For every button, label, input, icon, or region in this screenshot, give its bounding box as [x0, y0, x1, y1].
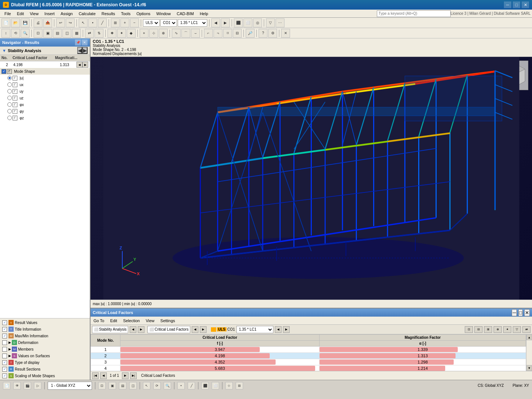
members-cb[interactable] — [2, 347, 7, 352]
lc-next-btn[interactable]: ▶ — [283, 326, 290, 333]
mode-item-u[interactable]: Γ |u| — [0, 75, 90, 81]
tb2-btn9[interactable]: ⇄ — [85, 29, 94, 38]
nav-result-sections[interactable]: R Result Sections — [0, 366, 90, 372]
table-row[interactable]: 4 — [91, 365, 120, 371]
menu-window[interactable]: Window — [153, 10, 174, 17]
mode-radio-phiy[interactable] — [7, 109, 12, 113]
zoom-all-btn[interactable]: ⊞ — [111, 18, 120, 27]
minimize-button[interactable]: ─ — [504, 1, 511, 8]
tb2-btn4[interactable]: ⊡ — [34, 29, 42, 38]
menu-calculate[interactable]: Calculate — [76, 10, 99, 17]
redo-btn[interactable]: ↪ — [66, 18, 75, 27]
btm-selection[interactable]: Selection — [122, 318, 141, 323]
mode-item-phix[interactable]: Γ φx — [0, 101, 90, 108]
nav-surfaces[interactable]: ▶ S Values on Surfaces — [0, 352, 90, 359]
mode-cb-phiz[interactable]: Γ — [13, 116, 17, 120]
status-render-btn[interactable]: ⬛ — [201, 382, 209, 389]
tree-data-row[interactable]: 2 4.198 1.313 ◀ ▶ — [0, 61, 90, 68]
status-view-btn3[interactable]: ▤ — [119, 382, 126, 389]
status-zoom-btn[interactable]: 🔍 — [164, 382, 171, 389]
mode-item-uy[interactable]: Γ uy — [0, 88, 90, 95]
tb2-btn13[interactable]: ◆ — [127, 29, 136, 38]
rt-btn5[interactable]: ✦ — [503, 326, 511, 333]
mag-cell[interactable]: 1.339 — [320, 347, 526, 353]
menu-help[interactable]: Help — [197, 10, 211, 17]
tb2-btn11[interactable]: ❖ — [108, 29, 116, 38]
mode-radio-ux[interactable] — [7, 82, 12, 87]
btm-view[interactable]: View — [144, 318, 156, 323]
tb2-btn18[interactable]: ⌒ — [181, 29, 190, 38]
bottom-close-btn[interactable]: ✕ — [524, 309, 530, 316]
undo-btn[interactable]: ↩ — [56, 18, 65, 27]
tb2-btn16[interactable]: ⊕ — [159, 29, 168, 38]
mode-cb-uy[interactable]: Γ — [13, 89, 17, 94]
wire-btn[interactable]: ⬜ — [243, 18, 252, 27]
table-row[interactable]: 3 — [91, 359, 120, 365]
mode-cb-ux[interactable]: Γ — [13, 82, 17, 87]
search-input[interactable] — [377, 10, 451, 17]
tb2-btn2[interactable]: ⟲ — [11, 29, 20, 38]
mag-cell[interactable]: 1.313 — [320, 353, 526, 359]
tb2-btn15[interactable]: ⊹ — [149, 29, 158, 38]
nav-first-btn[interactable]: |◀ — [92, 372, 99, 379]
table-row[interactable]: 2 — [91, 353, 120, 359]
mode-radio-uz[interactable] — [7, 96, 12, 100]
lc-ref-combo[interactable]: 1.35 * LC1 — [236, 326, 273, 333]
rt-btn2[interactable]: ⊟ — [474, 326, 482, 333]
mag-cell[interactable]: 1.298 — [320, 359, 526, 365]
nav-next-btn[interactable]: ▶ — [82, 47, 88, 54]
open-btn[interactable]: 📂 — [11, 18, 20, 27]
tb2-btn23[interactable]: ⊟ — [233, 29, 242, 38]
type-display-cb[interactable] — [2, 360, 7, 365]
render-btn[interactable]: ⬛ — [234, 18, 243, 27]
mode-cb-uz[interactable]: Γ — [13, 96, 17, 100]
tb2-help[interactable]: ? — [259, 29, 267, 38]
prev-result-btn[interactable]: ◀ — [211, 18, 220, 27]
tb2-btn19[interactable]: ⌣ — [191, 29, 200, 38]
clf-cell[interactable]: 4.352 — [120, 359, 320, 365]
status-view-btn4[interactable]: ◫ — [129, 382, 137, 389]
menu-options[interactable]: Options — [133, 10, 153, 17]
title-info-cb[interactable] — [2, 327, 7, 332]
maximize-button[interactable]: □ — [513, 1, 520, 8]
tb2-btn14[interactable]: ⌖ — [140, 29, 149, 38]
lc-combo[interactable]: 1.35 * LC1 — [178, 19, 207, 27]
scroll-down-btn[interactable]: ▼ — [526, 365, 532, 371]
mode-radio-phiz[interactable] — [7, 116, 12, 120]
stability-dropdown[interactable]: ▼ Stability Analysis ◀ ▶ — [0, 47, 90, 55]
row-expand-btn[interactable]: ◀ — [76, 62, 82, 68]
clf-cell[interactable]: 4.198 — [120, 353, 320, 359]
clf-cell[interactable]: 3.947 — [120, 347, 320, 353]
nav-type-display[interactable]: T Type of display — [0, 359, 90, 366]
scroll-up-btn[interactable]: ▲ — [526, 334, 532, 340]
mode-cb-u[interactable]: Γ — [13, 76, 17, 81]
mode-item-ux[interactable]: Γ ux — [0, 81, 90, 88]
tb2-btn8[interactable]: ▦ — [72, 29, 81, 38]
nav-next-page-btn[interactable]: ▶ — [122, 372, 129, 379]
mag-cell[interactable]: 1.214 — [320, 365, 526, 371]
menu-assign[interactable]: Assign — [58, 10, 76, 17]
table-next-btn[interactable]: ▶ — [200, 326, 207, 333]
tb2-settings[interactable]: ⚙ — [268, 29, 277, 38]
surfaces-cb[interactable] — [2, 354, 7, 358]
mode-shape-icon-checkbox[interactable]: Γ — [7, 69, 12, 74]
rt-btn6[interactable]: ▽ — [513, 326, 521, 333]
mode-shape-checkbox[interactable]: ✓ — [1, 69, 6, 74]
status-view-btn2[interactable]: ▣ — [109, 382, 116, 389]
mode-item-phiy[interactable]: Γ φy — [0, 108, 90, 115]
menu-view[interactable]: View — [27, 10, 42, 17]
scaling-cb[interactable] — [2, 374, 7, 378]
status-extra-btn[interactable]: ⊹ — [225, 382, 233, 389]
menu-results[interactable]: Results — [99, 10, 118, 17]
menu-cad-bim[interactable]: CAD-BIM — [174, 10, 197, 17]
next-result-btn[interactable]: ▶ — [221, 18, 230, 27]
view-select[interactable]: 1 - Global XYZ — [48, 382, 92, 390]
nav-maxmin-info[interactable]: M Max/Min Information — [0, 332, 90, 339]
zoom-out-btn[interactable]: − — [130, 18, 139, 27]
status-btn1[interactable]: 📄 — [3, 382, 10, 389]
bottom-pin-btn[interactable]: ─ — [512, 309, 516, 316]
status-btn4[interactable]: ▷ — [34, 382, 41, 389]
btm-edit[interactable]: Edit — [109, 318, 119, 323]
mode-cb-phix[interactable]: Γ — [13, 102, 17, 107]
tb2-btn12[interactable]: ✦ — [117, 29, 126, 38]
